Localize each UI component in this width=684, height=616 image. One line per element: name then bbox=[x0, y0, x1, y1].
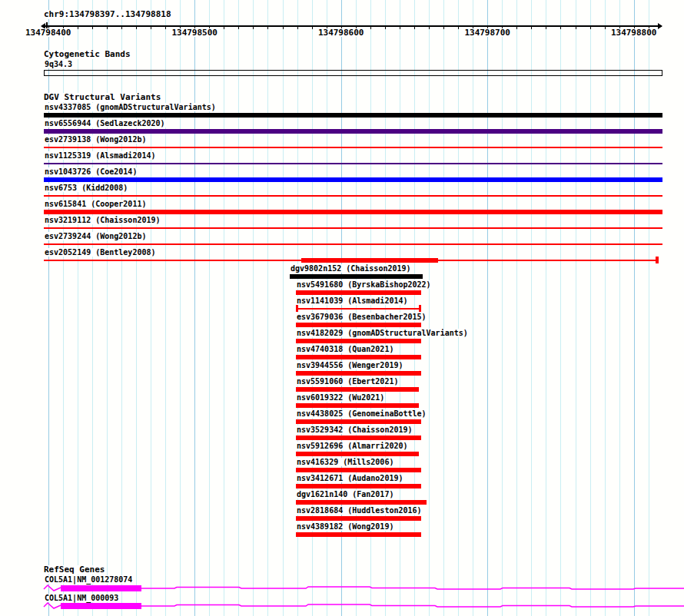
variant-label[interactable]: nsv3219112 (Chaisson2019) bbox=[44, 216, 161, 224]
ruler-minor-tick bbox=[458, 27, 459, 30]
gene-label[interactable]: COL5A1|NM_000093 bbox=[44, 594, 119, 602]
variant-label[interactable]: nsv3944556 (Wenger2019) bbox=[296, 361, 403, 369]
variant-label[interactable]: nsv5912696 (Almarri2020) bbox=[296, 442, 409, 450]
ruler-minor-tick bbox=[516, 27, 517, 30]
variant-label[interactable]: nsv1125319 (Alsmadi2014) bbox=[44, 151, 157, 160]
variant-label[interactable]: nsv4182029 (gnomADStructuralVariants) bbox=[296, 329, 469, 337]
ruler-minor-tick bbox=[443, 27, 444, 30]
ruler-minor-tick bbox=[253, 27, 254, 30]
variant-label[interactable]: nsv4337085 (gnomADStructuralVariants) bbox=[44, 103, 217, 111]
ruler-tick-label: 134798400 bbox=[25, 28, 71, 37]
variant-label[interactable]: nsv5591060 (Ebert2021) bbox=[296, 377, 399, 386]
ruler-minor-tick bbox=[78, 27, 78, 30]
cytoband-header: Cytogenetic Bands bbox=[44, 50, 131, 59]
ruler-tick-label: 134798600 bbox=[318, 28, 364, 37]
variant-label[interactable]: nsv3412671 (Audano2019) bbox=[296, 474, 403, 482]
cytoband-label[interactable]: 9q34.3 bbox=[44, 60, 73, 68]
ruler-minor-tick bbox=[312, 27, 313, 30]
ruler-minor-tick bbox=[107, 27, 108, 30]
ruler-minor-tick bbox=[151, 27, 151, 30]
ruler-minor-tick bbox=[121, 27, 122, 30]
gene-intron-zigzag[interactable] bbox=[44, 585, 61, 591]
ruler-minor-tick bbox=[385, 27, 386, 30]
ruler-minor-tick bbox=[92, 27, 93, 30]
variant-label[interactable]: nsv2818684 (Huddleston2016) bbox=[296, 506, 423, 515]
gene-intron-line[interactable] bbox=[141, 604, 684, 607]
variant-label[interactable]: nsv4389182 (Wong2019) bbox=[296, 522, 394, 531]
ruler-tick-label: 134798700 bbox=[464, 28, 510, 37]
variant-label[interactable]: nsv6556944 (Sedlazeck2020) bbox=[44, 119, 166, 128]
variant-label[interactable]: nsv4438025 (GenomeinaBottle) bbox=[296, 409, 427, 418]
ruler-minor-tick bbox=[283, 27, 284, 30]
ruler-right-arrow-icon bbox=[658, 23, 662, 29]
refseq-header: RefSeq Genes bbox=[44, 565, 105, 575]
ruler-minor-tick bbox=[414, 27, 415, 30]
ruler-minor-tick bbox=[605, 27, 606, 30]
ruler-minor-tick bbox=[560, 27, 561, 30]
gene-exon-box[interactable] bbox=[61, 585, 141, 591]
variant-label[interactable]: nsv3529342 (Chaisson2019) bbox=[296, 426, 413, 434]
ruler-minor-tick bbox=[136, 27, 137, 30]
gene-intron-line[interactable] bbox=[141, 587, 684, 589]
ruler-minor-tick bbox=[297, 27, 298, 30]
ruler-minor-tick bbox=[400, 27, 400, 30]
variant-label[interactable]: esv3679036 (Besenbacher2015) bbox=[296, 313, 427, 321]
variant-label[interactable]: dgv1621n140 (Fan2017) bbox=[296, 490, 394, 498]
variant-label[interactable]: esv2052149 (Bentley2008) bbox=[44, 248, 157, 257]
variant-label[interactable]: nsv416329 (Mills2006) bbox=[296, 458, 394, 466]
variant-label[interactable]: esv2739244 (Wong2012b) bbox=[44, 232, 147, 240]
variant-label[interactable]: nsv5491680 (ByrskaBishop2022) bbox=[296, 280, 432, 289]
gene-label[interactable]: COL5A1|NM_001278074 bbox=[44, 575, 133, 584]
ruler-minor-tick bbox=[267, 27, 268, 30]
variant-label[interactable]: nsv4740318 (Quan2021) bbox=[296, 345, 394, 353]
genome-browser: chr9:134798397..134798818 13479840013479… bbox=[0, 0, 684, 616]
ruler-minor-tick bbox=[224, 27, 224, 30]
ruler-minor-tick bbox=[238, 27, 239, 30]
gene-intron-zigzag[interactable] bbox=[44, 603, 61, 608]
region-title: chr9:134798397..134798818 bbox=[44, 10, 171, 19]
variant-label[interactable]: nsv615841 (Cooper2011) bbox=[44, 200, 147, 208]
ruler-minor-tick bbox=[590, 27, 591, 30]
dgv-header: DGV Structural Variants bbox=[44, 93, 161, 102]
ruler-minor-tick bbox=[165, 27, 166, 30]
ruler-minor-tick bbox=[429, 27, 430, 30]
ruler-tick-label: 134798800 bbox=[611, 28, 657, 37]
variant-label[interactable]: nsv6019322 (Wu2021) bbox=[296, 393, 385, 402]
variant-label[interactable]: nsv6753 (Kidd2008) bbox=[44, 184, 128, 192]
ruler-tick-label: 134798500 bbox=[171, 28, 217, 37]
ruler-minor-tick bbox=[531, 27, 532, 30]
ruler-minor-tick bbox=[370, 27, 371, 30]
variant-label[interactable]: dgv9802n152 (Chaisson2019) bbox=[290, 264, 412, 273]
variant-label[interactable]: esv2739138 (Wong2012b) bbox=[44, 135, 147, 144]
variant-label[interactable]: nsv1141039 (Alsmadi2014) bbox=[296, 296, 409, 305]
gene-exon-box[interactable] bbox=[61, 603, 141, 609]
ruler-minor-tick bbox=[546, 27, 546, 30]
ruler-minor-tick bbox=[576, 27, 576, 30]
variant-label[interactable]: nsv1043726 (Coe2014) bbox=[44, 167, 138, 176]
